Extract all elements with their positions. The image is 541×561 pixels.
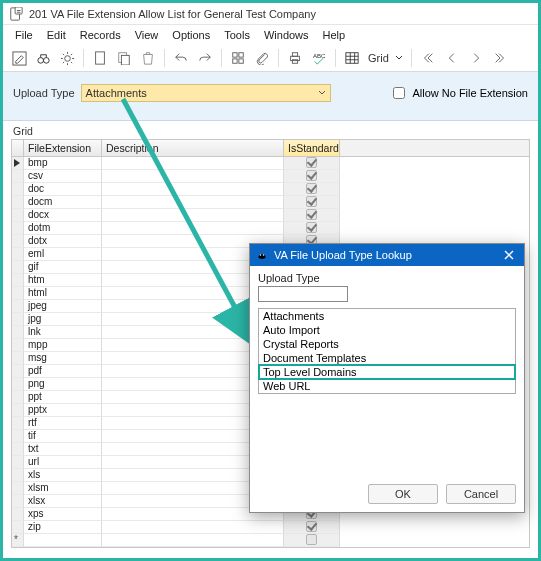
dialog-option[interactable]: Document Templates (259, 351, 515, 365)
dialog-title: VA File Upload Type Lookup (274, 249, 412, 261)
toolbar-grid-icon[interactable] (342, 48, 362, 68)
svg-rect-17 (346, 53, 358, 64)
window-title: 201 VA File Extension Allow List for Gen… (29, 8, 316, 20)
toolbar-last-icon[interactable] (490, 48, 510, 68)
table-new-row[interactable]: * (12, 534, 529, 547)
toolbar-attach-icon[interactable] (252, 48, 272, 68)
toolbar-grid-dropdown-icon[interactable] (393, 48, 405, 68)
table-row[interactable]: bmp (12, 157, 529, 170)
toolbar-spellcheck-icon[interactable]: ABC (309, 48, 329, 68)
svg-rect-8 (121, 55, 129, 65)
table-row[interactable]: doc (12, 183, 529, 196)
dialog-option[interactable]: Web URL (259, 379, 515, 393)
upload-type-dropdown[interactable]: Attachments (81, 84, 331, 102)
form-area: Upload Type Attachments Allow No File Ex… (3, 72, 538, 121)
dialog-option[interactable]: Top Level Domains (259, 365, 515, 379)
svg-point-20 (263, 254, 265, 256)
toolbar-separator (411, 49, 412, 67)
chevron-down-icon (317, 88, 327, 98)
toolbar-separator (221, 49, 222, 67)
menu-file[interactable]: File (9, 27, 39, 43)
app-icon (9, 7, 23, 21)
toolbar-edit-icon[interactable] (9, 48, 29, 68)
col-fileextension[interactable]: FileExtension (24, 140, 102, 156)
toolbar-separator (278, 49, 279, 67)
toolbar-copy-icon[interactable] (114, 48, 134, 68)
menu-help[interactable]: Help (317, 27, 352, 43)
toolbar-separator (83, 49, 84, 67)
table-row[interactable]: docm (12, 196, 529, 209)
dialog-cancel-button[interactable]: Cancel (446, 484, 516, 504)
table-row[interactable]: csv (12, 170, 529, 183)
upload-type-value: Attachments (86, 87, 147, 99)
dialog-option[interactable]: Crystal Reports (259, 337, 515, 351)
svg-rect-2 (12, 51, 25, 64)
dialog-close-button[interactable] (500, 247, 518, 263)
dialog-titlebar[interactable]: VA File Upload Type Lookup (250, 244, 524, 266)
toolbar-new-icon[interactable] (90, 48, 110, 68)
menu-view[interactable]: View (129, 27, 165, 43)
toolbar: ABC Grid (3, 45, 538, 72)
lookup-dialog: VA File Upload Type Lookup Upload Type A… (249, 243, 525, 513)
svg-rect-11 (233, 59, 237, 63)
svg-rect-14 (292, 53, 297, 57)
table-row[interactable]: docx (12, 209, 529, 222)
dialog-ok-button[interactable]: OK (368, 484, 438, 504)
svg-rect-9 (233, 53, 237, 57)
dialog-field-label: Upload Type (258, 272, 516, 284)
col-isstandard[interactable]: IsStandard (284, 140, 340, 156)
menu-records[interactable]: Records (74, 27, 127, 43)
grid-section-label: Grid (3, 121, 538, 139)
toolbar-binoculars-icon[interactable] (33, 48, 53, 68)
close-icon (504, 250, 514, 260)
toolbar-first-icon[interactable] (418, 48, 438, 68)
toolbar-redo-icon[interactable] (195, 48, 215, 68)
svg-point-3 (37, 57, 43, 63)
menu-tools[interactable]: Tools (218, 27, 256, 43)
dialog-app-icon (256, 249, 268, 261)
col-description[interactable]: Description (102, 140, 284, 156)
svg-rect-6 (96, 52, 105, 64)
toolbar-separator (164, 49, 165, 67)
svg-point-5 (64, 55, 70, 61)
toolbar-apps-icon[interactable] (228, 48, 248, 68)
dialog-upload-type-input[interactable] (258, 286, 348, 302)
toolbar-print-icon[interactable] (285, 48, 305, 68)
menu-bar: File Edit Records View Options Tools Win… (3, 25, 538, 45)
allow-no-ext-checkbox[interactable] (393, 87, 405, 99)
allow-no-ext-label: Allow No File Extension (412, 87, 528, 99)
toolbar-grid-label: Grid (368, 52, 389, 64)
toolbar-undo-icon[interactable] (171, 48, 191, 68)
table-row[interactable]: dotm (12, 222, 529, 235)
toolbar-separator (335, 49, 336, 67)
toolbar-gear-icon[interactable] (57, 48, 77, 68)
svg-rect-12 (239, 59, 243, 63)
dialog-option-list[interactable]: AttachmentsAuto ImportCrystal ReportsDoc… (258, 308, 516, 394)
dialog-option[interactable]: Attachments (259, 309, 515, 323)
toolbar-delete-icon[interactable] (138, 48, 158, 68)
upload-type-label: Upload Type (13, 87, 75, 99)
menu-windows[interactable]: Windows (258, 27, 315, 43)
svg-rect-10 (239, 53, 243, 57)
window-titlebar: 201 VA File Extension Allow List for Gen… (3, 3, 538, 25)
table-row[interactable]: zip (12, 521, 529, 534)
toolbar-next-icon[interactable] (466, 48, 486, 68)
menu-options[interactable]: Options (166, 27, 216, 43)
menu-edit[interactable]: Edit (41, 27, 72, 43)
grid-header: FileExtension Description IsStandard (12, 140, 529, 157)
dialog-option[interactable]: Auto Import (259, 323, 515, 337)
toolbar-prev-icon[interactable] (442, 48, 462, 68)
svg-text:ABC: ABC (313, 52, 326, 59)
svg-point-19 (260, 254, 262, 256)
svg-point-4 (43, 57, 49, 63)
